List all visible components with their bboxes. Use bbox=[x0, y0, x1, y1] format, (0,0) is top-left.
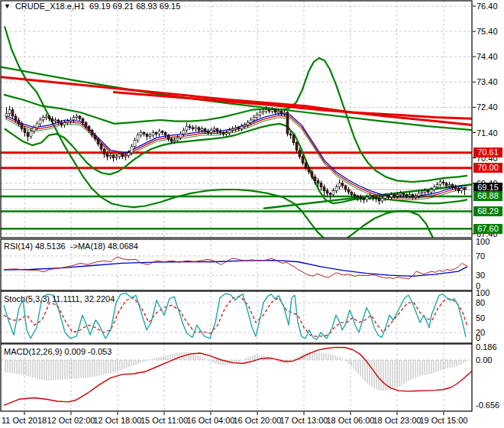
rsi-axis-label: 100 bbox=[476, 237, 489, 246]
macd-axis-label: 0.00 bbox=[476, 355, 492, 365]
stoch-axis-label: 50 bbox=[476, 313, 485, 323]
price-axis-label: 75.40 bbox=[477, 27, 504, 36]
time-axis-label: 19 Oct 15:00 bbox=[420, 416, 468, 425]
trading-terminal-window: ▼ CRUDE_X18.e,H1 69.19 69.21 68.93 69.15… bbox=[0, 0, 504, 428]
price-level-badge-support: 67.60 bbox=[473, 224, 502, 234]
price-axis-label: 74.40 bbox=[477, 52, 504, 61]
time-axis-label: 17 Oct 13:00 bbox=[280, 416, 328, 425]
price-level-badge-resistance: 70.61 bbox=[473, 148, 502, 157]
time-axis-label: 12 Oct 18:00 bbox=[94, 416, 142, 425]
chart-canvas[interactable] bbox=[0, 0, 504, 428]
price-axis-label: 72.40 bbox=[477, 102, 504, 112]
price-level-badge-support: 68.29 bbox=[473, 206, 502, 216]
time-axis-label: 15 Oct 11:00 bbox=[141, 416, 188, 425]
time-axis-label: 18 Oct 06:00 bbox=[327, 416, 375, 425]
stoch-axis-label: 80 bbox=[476, 298, 485, 307]
price-axis-label: 71.40 bbox=[477, 128, 504, 138]
price-level-badge-support: 68.88 bbox=[473, 191, 502, 201]
rsi-axis-label: 30 bbox=[476, 271, 485, 280]
macd-axis-label: -0.656 bbox=[476, 400, 499, 410]
time-axis-label: 12 Oct 02:00 bbox=[47, 416, 95, 425]
ohlc-values-label: 69.19 69.21 68.93 69.15 bbox=[89, 2, 180, 11]
symbol-dropdown-icon[interactable]: ▼ bbox=[4, 2, 11, 11]
stoch-axis-label: 0 bbox=[476, 333, 480, 342]
stoch-indicator-title: Stoch(5,3,3) 11.1111, 32.2204 bbox=[4, 294, 115, 303]
price-level-badge-resistance: 70.00 bbox=[473, 163, 502, 173]
time-axis-label: 16 Oct 20:00 bbox=[234, 416, 282, 425]
price-axis-label: 73.40 bbox=[477, 77, 504, 86]
stoch-axis-label: 100 bbox=[476, 288, 489, 297]
symbol-period-label: CRUDE_X18.e,H1 bbox=[15, 2, 85, 11]
time-axis-label: 16 Oct 04:00 bbox=[187, 416, 235, 425]
chart-title-bar: ▼ CRUDE_X18.e,H1 69.19 69.21 68.93 69.15 bbox=[4, 2, 180, 11]
time-axis-label: 18 Oct 23:00 bbox=[373, 416, 422, 425]
time-axis-label: 11 Oct 2018 bbox=[2, 416, 47, 425]
rsi-axis-label: 70 bbox=[476, 251, 485, 261]
price-axis-label: 76.40 bbox=[477, 2, 504, 11]
macd-axis-label: 0.186 bbox=[476, 342, 497, 352]
rsi-indicator-title: RSI(14) 48.5136 ->MA(18) 48.0684 bbox=[4, 242, 138, 251]
macd-indicator-title: MACD(12,26,9) 0.009 -0.053 bbox=[4, 347, 111, 356]
